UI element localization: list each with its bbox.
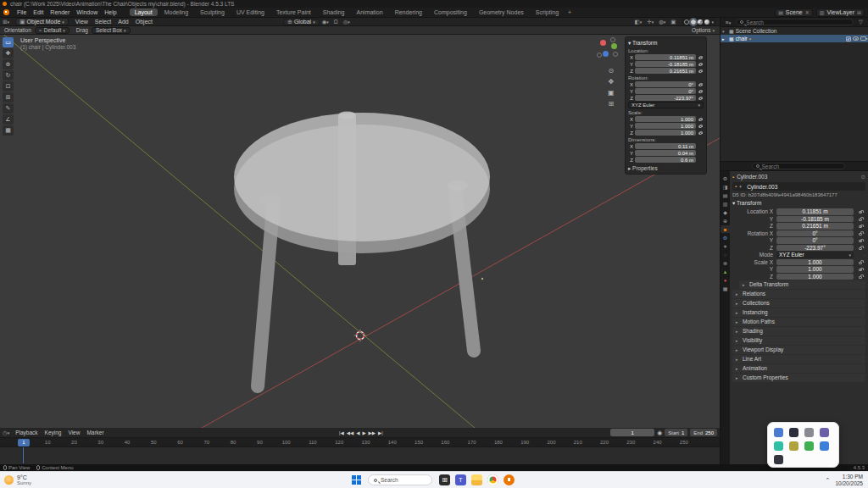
outliner-filter-icon[interactable]: ▽ bbox=[856, 19, 865, 25]
tray-icon-3[interactable] bbox=[804, 428, 814, 437]
animate-dot-icon[interactable]: · bbox=[864, 267, 865, 272]
timeline-editor-icon[interactable]: ◷▾ bbox=[0, 430, 12, 436]
scale-y-field[interactable]: 1.000 bbox=[635, 123, 696, 129]
outliner-display-mode-icon[interactable]: ≡▾ bbox=[723, 19, 733, 25]
tray-icon-8[interactable] bbox=[820, 441, 829, 451]
tray-icon-6[interactable] bbox=[789, 441, 798, 451]
property-field-location-x[interactable]: 0.11851 m bbox=[776, 208, 854, 215]
tray-icon-2[interactable] bbox=[789, 428, 798, 437]
section-delta-transform[interactable]: ▸Delta Transform bbox=[739, 280, 865, 289]
rotate-tool[interactable]: ↻ bbox=[3, 70, 14, 80]
tray-icon-7[interactable] bbox=[804, 441, 814, 451]
start-button[interactable] bbox=[352, 475, 361, 485]
properties-tab-output[interactable]: ▤ bbox=[721, 191, 730, 199]
solid-shading-icon[interactable] bbox=[691, 19, 696, 25]
cursor-tool[interactable]: ✚ bbox=[3, 48, 14, 58]
properties-tab-particles[interactable]: ∗ bbox=[721, 242, 730, 250]
pivot-point-icon[interactable]: ◉▾ bbox=[320, 19, 331, 25]
properties-tab-scene[interactable]: ◆ bbox=[721, 208, 730, 216]
property-field-y[interactable]: -0.18185 m bbox=[776, 216, 854, 223]
lock-icon[interactable] bbox=[696, 55, 704, 59]
section-custom-properties[interactable]: ▸Custom Properties bbox=[732, 374, 865, 382]
location-z-field[interactable]: 0.21651 m bbox=[635, 68, 696, 74]
navigation-gizmo[interactable] bbox=[593, 36, 622, 64]
outliner-search[interactable]: Search bbox=[736, 19, 854, 25]
new-viewlayer-icon[interactable]: ⊞ bbox=[857, 9, 861, 15]
object-name-field[interactable]: ▪ ▾ Cylinder.003 bbox=[732, 182, 865, 191]
taskbar-app-file-explorer[interactable] bbox=[471, 474, 482, 485]
lock-icon[interactable] bbox=[696, 69, 704, 73]
rotation-z-field[interactable]: -223.97° bbox=[635, 95, 696, 101]
properties-search[interactable]: Search bbox=[752, 163, 845, 169]
stool-left-leg[interactable] bbox=[258, 208, 273, 386]
property-field-z[interactable]: -223.97° bbox=[776, 245, 854, 252]
lock-icon[interactable] bbox=[859, 240, 862, 242]
dimensions-z-field[interactable]: 0.6 m bbox=[635, 157, 696, 163]
blender-menu-icon[interactable] bbox=[3, 9, 9, 15]
taskbar-app-teams[interactable]: T bbox=[455, 474, 466, 485]
zoom-icon[interactable]: ⊙ bbox=[608, 67, 615, 75]
lock-icon[interactable] bbox=[696, 96, 704, 100]
unlink-scene-icon[interactable]: ✕ bbox=[805, 9, 810, 15]
animate-dot-icon[interactable]: · bbox=[864, 252, 865, 258]
dimensions-y-field[interactable]: 0.04 m bbox=[635, 150, 696, 156]
measure-tool[interactable]: ∠ bbox=[3, 114, 14, 125]
properties-tab-view-layer[interactable]: ▥ bbox=[721, 200, 730, 208]
lock-icon[interactable] bbox=[696, 130, 704, 135]
property-field-y[interactable]: 1.000 bbox=[776, 266, 854, 273]
frame-end-field[interactable]: End 250 bbox=[690, 429, 717, 436]
menu-render[interactable]: Render bbox=[47, 9, 73, 15]
animate-dot-icon[interactable]: · bbox=[864, 259, 865, 264]
scale-tool[interactable]: ⊡ bbox=[3, 81, 14, 92]
properties-tab-world[interactable]: ⊕ bbox=[721, 217, 730, 225]
menu-window[interactable]: Window bbox=[73, 9, 101, 15]
taskbar-search[interactable]: Search bbox=[368, 474, 432, 485]
workspace-tab-animation[interactable]: Animation bbox=[352, 8, 388, 16]
timeline-ruler[interactable]: 1 10203040506070809010011012013014015016… bbox=[0, 438, 720, 447]
animate-dot-icon[interactable]: · bbox=[864, 238, 865, 243]
animate-dot-icon[interactable]: · bbox=[864, 209, 865, 214]
transform-tool[interactable]: ⊞ bbox=[3, 92, 14, 103]
lock-icon[interactable] bbox=[859, 262, 862, 264]
lock-icon[interactable] bbox=[696, 89, 704, 93]
expand-icon[interactable]: ▸ bbox=[722, 36, 727, 42]
properties-tab-physics[interactable]: ◌ bbox=[721, 251, 730, 258]
editor-type-icon[interactable]: ⊞▾ bbox=[0, 19, 12, 25]
snap-magnet-icon[interactable]: Ω bbox=[331, 19, 341, 25]
section-instancing[interactable]: ▸Instancing bbox=[732, 308, 865, 317]
property-field-mode[interactable]: XYZ Euler▾ bbox=[776, 252, 854, 258]
object-visibility-icon[interactable]: ◧▾ bbox=[632, 19, 645, 25]
options-dropdown[interactable]: Options ▾ bbox=[692, 27, 715, 33]
clock-widget[interactable]: 1:30 PM 10/20/2025 bbox=[835, 474, 863, 486]
property-field-y[interactable]: 0° bbox=[776, 237, 854, 244]
npanel-transform-header[interactable]: ▾ Transform bbox=[628, 40, 704, 47]
properties-tab-tool[interactable]: ⚙ bbox=[721, 175, 730, 182]
lock-icon[interactable] bbox=[859, 211, 862, 214]
viewport-menu-view[interactable]: View bbox=[72, 19, 92, 25]
lock-icon[interactable] bbox=[696, 82, 704, 86]
weather-widget[interactable]: 9°C Sunny bbox=[0, 474, 170, 486]
pan-hand-icon[interactable]: ✥ bbox=[608, 78, 615, 86]
properties-tab-object-data[interactable]: ▲ bbox=[721, 268, 730, 275]
gizmo-z-axis[interactable] bbox=[603, 51, 609, 57]
section-shading[interactable]: ▸Shading bbox=[732, 327, 865, 336]
mode-dropdown[interactable]: ▣ Object Mode ▾ bbox=[15, 18, 69, 25]
lock-icon[interactable] bbox=[696, 124, 704, 128]
property-field-scale-x[interactable]: 1.000 bbox=[776, 259, 854, 266]
timeline-menu-marker[interactable]: Marker bbox=[83, 430, 107, 435]
menu-edit[interactable]: Edit bbox=[30, 9, 47, 15]
material-shading-icon[interactable] bbox=[698, 19, 703, 25]
orientation-dropdown[interactable]: ⊕ Global ▾ bbox=[283, 19, 320, 25]
expand-icon[interactable]: ▾ bbox=[722, 29, 727, 34]
workspace-tab-geometry-nodes[interactable]: Geometry Nodes bbox=[474, 8, 529, 16]
orientation-setting-dropdown[interactable]: ⌁ Default ▾ bbox=[35, 27, 70, 34]
properties-tab-modifiers[interactable]: ⚙ bbox=[721, 234, 730, 241]
tray-icon-5[interactable] bbox=[774, 441, 783, 451]
section-animation[interactable]: ▸Animation bbox=[732, 364, 865, 373]
section-visibility[interactable]: ▸Visibility bbox=[732, 336, 865, 345]
timeline-menu-keying[interactable]: Keying bbox=[42, 430, 65, 435]
animate-dot-icon[interactable]: · bbox=[864, 216, 865, 221]
outliner-row-chair[interactable]: ▸ ▦ chair ▪ ✓ bbox=[721, 35, 868, 42]
select-box-tool[interactable]: ▭ bbox=[3, 37, 14, 47]
rendered-shading-icon[interactable] bbox=[704, 19, 709, 25]
